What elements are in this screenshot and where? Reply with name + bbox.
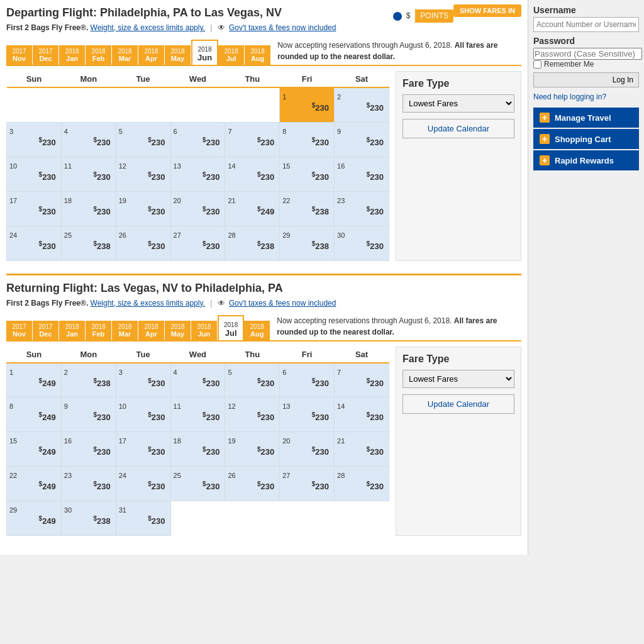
taxes-link[interactable]: Gov't taxes & fees now included	[229, 23, 336, 32]
table-row[interactable]: 30$230	[335, 226, 389, 260]
table-row[interactable]: 26$230	[116, 226, 170, 260]
returning-taxes-link[interactable]: Gov't taxes & fees now included	[229, 299, 336, 308]
table-row[interactable]: 23$230	[61, 467, 116, 501]
month-nav-item-apr[interactable]: 2018Apr	[138, 45, 165, 65]
table-row[interactable]: 10$230	[7, 157, 62, 191]
show-fares-toggle[interactable]: $ POINTS	[388, 9, 453, 23]
table-row[interactable]: 24$230	[7, 226, 62, 260]
points-toggle[interactable]: POINTS	[415, 9, 453, 22]
returning-weight-limits-link[interactable]: Weight, size & excess limits apply.	[91, 299, 205, 308]
table-row[interactable]: 7$230	[225, 122, 280, 157]
table-row[interactable]: 28$238	[225, 226, 280, 260]
dollar-toggle[interactable]: $	[388, 9, 415, 23]
table-row[interactable]: 27$230	[170, 226, 225, 260]
month-nav-item-jun[interactable]: 2018Jun	[191, 321, 218, 340]
table-row[interactable]: 14$230	[225, 157, 280, 191]
weight-limits-link[interactable]: Weight, size & excess limits apply.	[91, 23, 205, 32]
table-row[interactable]: 11$230	[61, 157, 116, 191]
table-row[interactable]: 22$238	[280, 191, 335, 226]
table-row[interactable]: 25$230	[170, 467, 225, 501]
table-row[interactable]: 9$230	[335, 122, 389, 157]
table-row[interactable]: 3$230	[116, 363, 170, 397]
table-row[interactable]: 13$230	[170, 157, 225, 191]
table-row[interactable]: 15$230	[280, 157, 335, 191]
table-row[interactable]: 14$230	[335, 397, 389, 432]
remember-me-checkbox[interactable]	[533, 60, 541, 69]
table-row[interactable]: 8$249	[7, 397, 62, 432]
departing-update-calendar-button[interactable]: Update Calendar	[402, 119, 514, 138]
table-row[interactable]: 13$230	[280, 397, 335, 432]
table-row[interactable]: 16$230	[61, 432, 116, 467]
table-row[interactable]: 5$230	[116, 122, 170, 157]
month-nav-item-jan[interactable]: 2018Jan	[59, 321, 86, 340]
table-row[interactable]: 7$230	[335, 363, 389, 397]
month-nav-item-jun[interactable]: 2018Jun	[191, 40, 218, 65]
table-row[interactable]: 30$238	[61, 501, 116, 536]
table-row[interactable]: 4$230	[61, 122, 116, 157]
table-row[interactable]: 12$230	[116, 157, 170, 191]
day-number: 23	[64, 472, 72, 479]
month-nav-item-dec[interactable]: 2017Dec	[33, 45, 59, 65]
login-button[interactable]: Log In	[533, 72, 639, 87]
table-row[interactable]: 8$230	[280, 122, 335, 157]
table-row[interactable]: 4$230	[170, 363, 225, 397]
table-row[interactable]: 20$230	[170, 191, 225, 226]
sidebar-item-rapid-rewards[interactable]: +Rapid Rewards	[533, 150, 639, 170]
month-nav-item-feb[interactable]: 2018Feb	[86, 45, 112, 65]
month-nav-item-may[interactable]: 2018May	[165, 321, 191, 340]
table-row[interactable]: 16$230	[335, 157, 389, 191]
month-nav-item-mar[interactable]: 2018Mar	[112, 45, 138, 65]
returning-update-calendar-button[interactable]: Update Calendar	[402, 394, 514, 414]
table-row[interactable]: 21$230	[335, 432, 389, 467]
sidebar-item-manage-travel[interactable]: +Manage Travel	[533, 108, 639, 128]
username-input[interactable]	[533, 17, 639, 32]
month-nav-item-jul[interactable]: 2018Jul	[218, 315, 244, 340]
table-row[interactable]: 21$249	[225, 191, 280, 226]
table-row[interactable]: 12$230	[225, 397, 280, 432]
table-row[interactable]: 2$230	[335, 87, 389, 122]
departing-fare-type-select[interactable]: Lowest FaresAnytime FaresBusiness Select	[402, 94, 514, 113]
month-nav-item-feb[interactable]: 2018Feb	[86, 321, 112, 340]
month-nav-item-mar[interactable]: 2018Mar	[112, 321, 138, 340]
table-row[interactable]: 5$230	[225, 363, 280, 397]
table-row[interactable]: 9$230	[61, 397, 116, 432]
table-row[interactable]: 19$230	[116, 191, 170, 226]
table-row[interactable]: 6$230	[170, 122, 225, 157]
month-nav-item-apr[interactable]: 2018Apr	[138, 321, 165, 340]
sidebar-item-shopping-cart[interactable]: +Shopping Cart	[533, 129, 639, 149]
table-row[interactable]: 20$230	[280, 432, 335, 467]
table-row[interactable]: 2$238	[61, 363, 116, 397]
table-row[interactable]: 28$230	[335, 467, 389, 501]
month-nav-item-nov[interactable]: 2017Nov	[6, 45, 33, 65]
table-row[interactable]: 1$249	[7, 363, 62, 397]
table-row[interactable]: 6$230	[280, 363, 335, 397]
table-row[interactable]: 18$230	[61, 191, 116, 226]
month-nav-item-jan[interactable]: 2018Jan	[59, 45, 86, 65]
table-row[interactable]: 24$230	[116, 467, 170, 501]
table-row[interactable]: 29$249	[7, 501, 62, 536]
table-row[interactable]: 22$249	[7, 467, 62, 501]
table-row[interactable]: 10$230	[116, 397, 170, 432]
table-row[interactable]: 3$230	[7, 122, 62, 157]
month-nav-item-aug[interactable]: 2018Aug	[245, 45, 271, 65]
table-row[interactable]: 26$230	[225, 467, 280, 501]
table-row[interactable]: 17$230	[116, 432, 170, 467]
month-nav-item-nov[interactable]: 2017Nov	[6, 321, 33, 340]
password-input[interactable]	[533, 48, 642, 60]
table-row[interactable]: 17$230	[7, 191, 62, 226]
table-row[interactable]: 27$230	[280, 467, 335, 501]
month-nav-item-dec[interactable]: 2017Dec	[33, 321, 59, 340]
table-row[interactable]: 25$238	[61, 226, 116, 260]
month-nav-item-jul[interactable]: 2018Jul	[218, 45, 245, 65]
table-row[interactable]: 18$230	[170, 432, 225, 467]
table-row[interactable]: 11$230	[170, 397, 225, 432]
table-row[interactable]: 1$230	[280, 87, 335, 122]
month-nav-item-aug[interactable]: 2018Aug	[244, 321, 270, 340]
returning-fare-type-select[interactable]: Lowest FaresAnytime FaresBusiness Select	[402, 370, 514, 388]
table-row[interactable]: 15$249	[7, 432, 62, 467]
table-row[interactable]: 23$230	[335, 191, 389, 226]
month-nav-item-may[interactable]: 2018May	[165, 45, 191, 65]
table-row[interactable]: 19$230	[225, 432, 280, 467]
table-row[interactable]: 31$230	[116, 501, 170, 536]
table-row[interactable]: 29$238	[280, 226, 335, 260]
